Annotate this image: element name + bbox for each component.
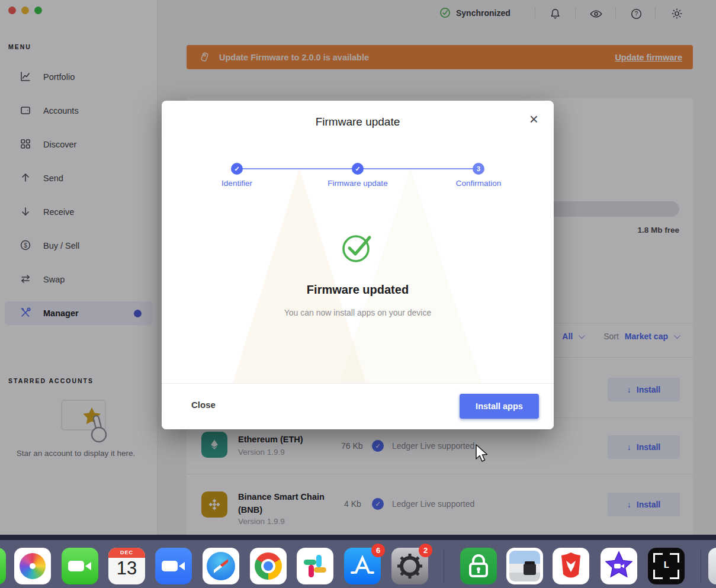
step-label: Firmware update	[310, 179, 405, 188]
camera-lens-glyph	[85, 562, 91, 570]
bracket-corner	[653, 570, 663, 579]
dock-slack-icon[interactable]	[297, 548, 333, 584]
result-subtitle: You can now install apps on your device	[162, 308, 554, 317]
step-firmware-done: ✓	[352, 163, 364, 175]
firmware-update-modal: Firmware update × ✓ ✓ 3 Identifier Firmw…	[162, 101, 554, 429]
light-beam	[233, 169, 366, 383]
step-label: Confirmation	[431, 179, 526, 188]
camera-glyph	[162, 561, 178, 571]
step-label: Identifier	[190, 179, 284, 188]
step-confirmation-current: 3	[473, 163, 484, 175]
dock-appstore-icon[interactable]: 6	[344, 548, 381, 584]
imovie-star-icon	[601, 548, 637, 584]
camera-lens-glyph	[179, 562, 185, 570]
install-apps-button[interactable]: Install apps	[460, 394, 539, 419]
dock-chrome-icon[interactable]	[250, 548, 287, 584]
dock-partial-app-icon[interactable]	[0, 548, 6, 584]
light-beam	[339, 169, 481, 383]
dock-trash-icon[interactable]	[708, 548, 716, 584]
dock-divider	[444, 550, 444, 583]
close-icon[interactable]: ×	[529, 111, 538, 127]
modal-footer: Close Install apps	[162, 383, 554, 429]
notification-badge: 2	[419, 544, 432, 557]
brave-lion-icon	[553, 548, 589, 584]
desktop: DEC 13 6 2	[0, 535, 716, 588]
dock-facetime-icon[interactable]	[62, 548, 98, 584]
lock-icon	[460, 548, 497, 584]
notification-badge: 6	[371, 544, 385, 557]
step-identifier-done: ✓	[231, 163, 243, 175]
success-check-icon	[340, 230, 375, 265]
photo-thumbnail	[509, 551, 540, 581]
jar-glyph	[524, 564, 536, 575]
mouse-cursor	[475, 444, 489, 463]
l-letter: L	[648, 560, 685, 571]
chrome-logo	[255, 552, 282, 580]
dock-safari-icon[interactable]	[203, 548, 239, 584]
calendar-day: 13	[108, 558, 145, 579]
dock-divider	[701, 550, 701, 583]
result-title: Firmware updated	[162, 283, 554, 297]
camera-glyph	[68, 561, 84, 571]
dock-1password-icon[interactable]	[460, 548, 497, 584]
dock-calendar-icon[interactable]: DEC 13	[108, 548, 145, 584]
dock-brave-icon[interactable]	[553, 548, 589, 584]
bracket-corner	[670, 570, 679, 579]
dock-system-preferences-icon[interactable]: 2	[391, 548, 428, 584]
dock-preview-image-icon[interactable]	[506, 548, 543, 584]
close-button[interactable]: Close	[191, 400, 216, 410]
calendar-month: DEC	[108, 548, 145, 558]
dock-photos-icon[interactable]	[14, 548, 51, 584]
window-bottom-edge	[0, 535, 716, 540]
photos-flower-icon	[20, 553, 46, 579]
slack-hash-icon	[297, 548, 333, 584]
modal-title: Firmware update	[162, 115, 554, 128]
dock-zoom-icon[interactable]	[155, 548, 192, 584]
dock-imovie-icon[interactable]	[601, 548, 637, 584]
dock-screenshot-tool-icon[interactable]: L	[648, 548, 685, 584]
